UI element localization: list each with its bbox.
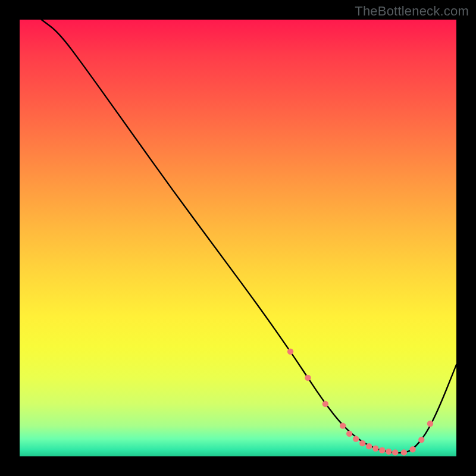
watermark-text: TheBottleneck.com bbox=[355, 4, 469, 19]
data-marker bbox=[409, 446, 415, 452]
data-marker bbox=[427, 421, 433, 427]
chart-svg bbox=[20, 20, 456, 456]
data-marker bbox=[305, 375, 311, 381]
data-marker bbox=[372, 446, 378, 452]
data-marker bbox=[366, 443, 372, 449]
data-marker bbox=[418, 437, 424, 443]
data-marker bbox=[346, 431, 352, 437]
bottleneck-curve bbox=[42, 20, 456, 453]
data-marker bbox=[340, 422, 346, 428]
data-marker bbox=[359, 440, 365, 446]
data-marker bbox=[386, 449, 392, 455]
data-marker bbox=[401, 449, 407, 455]
plot-area bbox=[20, 20, 456, 456]
data-marker bbox=[322, 401, 328, 407]
data-marker bbox=[392, 449, 398, 455]
data-marker bbox=[353, 436, 359, 441]
data-marker bbox=[287, 349, 293, 355]
chart-frame: TheBottleneck.com bbox=[0, 0, 476, 476]
data-marker bbox=[379, 447, 385, 453]
